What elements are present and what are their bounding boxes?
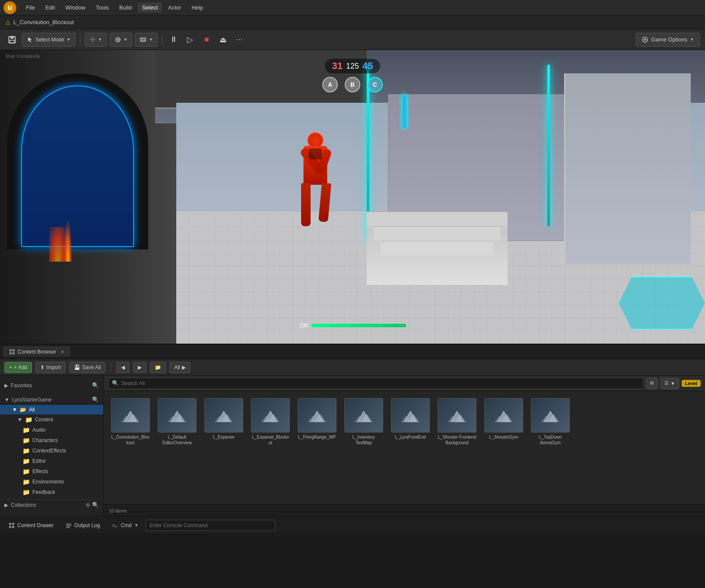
menu-select[interactable]: Select [138,3,162,13]
separator-2 [162,34,162,46]
mountain-icon-1 [166,407,188,424]
favorites-search-button[interactable]: 🔍 [92,382,99,389]
menu-bar: U File Edit Window Tools Build Select Ac… [0,0,705,16]
import-button[interactable]: ⬆ Import [35,362,66,373]
favorites-section: ▶ Favorites 🔍 [0,378,103,392]
output-log-icon [66,522,72,528]
cmd-icon [112,522,118,528]
sidebar-item-effects[interactable]: 📁 Effects [0,466,103,477]
blueprint-icon [114,36,121,43]
filter-options-button[interactable]: ☰ ▼ [661,378,679,389]
menu-build[interactable]: Build [115,3,136,13]
asset-item-5[interactable]: L_Inventory TestMap [342,396,385,447]
asset-label-2: L_Expanse [213,434,235,440]
separator-1 [80,34,80,46]
cinematics-button[interactable]: ▼ [135,33,158,47]
cmd-tab[interactable]: Cmd ▼ [107,521,143,530]
console-input[interactable] [146,520,275,531]
sidebar-item-contexteffects[interactable]: 📁 ContextEffects [0,446,103,456]
collections-add-button[interactable]: ⊕ [86,502,90,508]
menu-tools[interactable]: Tools [92,3,113,13]
menu-actor[interactable]: Actor [164,3,185,13]
game-options-button[interactable]: Game Options ▼ [636,33,700,47]
asset-label-1: L_Default EditorOverview [158,434,197,446]
lyra-section: ▼ LyraStarterGame 🔍 ▼ 📂 All ▼ 📁 Content [0,392,103,499]
asset-thumb-1 [158,398,197,433]
all-filter-button[interactable]: All ▶ [169,362,190,373]
asset-item-4[interactable]: L_FiringRange_WP [295,396,339,447]
stop-button[interactable]: ■ [200,33,213,47]
asset-thumb-bg-2 [205,398,243,432]
bottom-bar: Content Drawer Output Log Cmd ▼ [0,516,705,534]
sidebar-item-environments[interactable]: 📁 Environments [0,477,103,487]
objective-a: A [322,77,338,92]
output-log-tab[interactable]: Output Log [60,521,105,530]
game-options-chevron: ▼ [690,37,694,42]
objective-panel [402,94,407,129]
asset-label-6: L_LyraFrontEnd [395,434,426,440]
add-content-icon: ➕ [89,37,96,43]
sidebar-item-all[interactable]: ▼ 📂 All [0,405,103,414]
sidebar-item-content[interactable]: ▼ 📁 Content [0,414,103,425]
asset-item-9[interactable]: L_TopDown ArenaGym [529,396,572,447]
sidebar-item-characters[interactable]: 📁 Characters [0,435,103,446]
level-filter-badge[interactable]: Level [682,380,701,387]
import-label: Import [46,364,61,370]
menu-edit[interactable]: Edit [41,3,59,13]
sidebar-item-audio[interactable]: 📁 Audio [0,425,103,435]
add-content-button[interactable]: ➕ ▼ [85,33,107,47]
cmd-chevron: ▼ [134,523,139,528]
mountain-icon-4 [306,407,328,424]
cb-tab-close[interactable]: ✕ [60,349,64,355]
sidebar-item-editor[interactable]: 📁 Editor [0,456,103,466]
asset-item-7[interactable]: L_Shooter Frontend Background [435,396,479,447]
cyan-pillar-2 [547,65,550,226]
nav-back-button[interactable]: ◀ [116,362,130,373]
nav-up-button[interactable]: 📁 [150,362,166,373]
search-input[interactable] [121,380,639,386]
asset-item-0[interactable]: L_Convolution_Blockout [109,396,152,447]
lyra-header[interactable]: ▼ LyraStarterGame 🔍 [0,394,103,405]
play-button[interactable]: ▷ [183,33,197,47]
asset-item-1[interactable]: L_Default EditorOverview [156,396,199,447]
menu-file[interactable]: File [22,3,39,13]
collections-search-button[interactable]: 🔍 [92,502,99,508]
content-browser-panel: Content Browser ✕ + + Add ⬆ Import 💾 Sav… [0,344,705,516]
feedback-label: Feedback [32,489,55,495]
svg-rect-47 [12,526,14,528]
nav-forward-button[interactable]: ▶ [133,362,146,373]
save-all-button[interactable]: 💾 Save All [69,362,105,373]
asset-label-7: L_Shooter Frontend Background [438,434,476,446]
asset-thumb-5 [344,398,383,433]
svg-rect-1 [10,36,14,38]
pause-button[interactable]: ⏸ [167,33,181,47]
asset-grid: L_Convolution_Blockout L_Default EditorO… [104,391,705,504]
sidebar-item-feedback[interactable]: 📁 Feedback [0,487,103,497]
asset-item-8[interactable]: L_ShooterGym [482,396,525,447]
contexteffects-label: ContextEffects [32,448,66,454]
menu-window[interactable]: Window [61,3,89,13]
lyra-search-button[interactable]: 🔍 [92,396,99,403]
asset-label-3: L_Expanse_Blockout [251,434,290,446]
asset-item-6[interactable]: L_LyraFrontEnd [389,396,432,447]
more-button[interactable]: ⋯ [232,33,246,47]
mountain-icon-7 [446,407,468,424]
collections-header[interactable]: ▶ Collections ⊕ 🔍 [0,499,103,510]
eject-button[interactable]: ⏏ [216,33,230,47]
asset-item-3[interactable]: L_Expanse_Blockout [249,396,292,447]
select-mode-chevron: ▼ [67,37,71,42]
favorites-header[interactable]: ▶ Favorites 🔍 [0,380,103,391]
content-drawer-tab[interactable]: Content Drawer [3,521,59,530]
viewport[interactable]: 31 125 45 A B C 100 Shdr Complexity [0,50,705,344]
menu-help[interactable]: Help [187,3,207,13]
save-button[interactable] [5,33,19,47]
blueprint-button[interactable]: ▼ [110,33,133,47]
add-button[interactable]: + + Add [4,362,32,373]
settings-filter-button[interactable]: ⚙ [646,378,658,389]
audio-label: Audio [32,427,46,433]
lyra-arrow: ▼ [4,397,10,403]
cinematics-chevron: ▼ [149,37,153,42]
asset-item-2[interactable]: L_Expanse [202,396,245,447]
select-mode-button[interactable]: Select Mode ▼ [22,33,76,47]
content-browser-tab[interactable]: Content Browser ✕ [3,347,70,357]
